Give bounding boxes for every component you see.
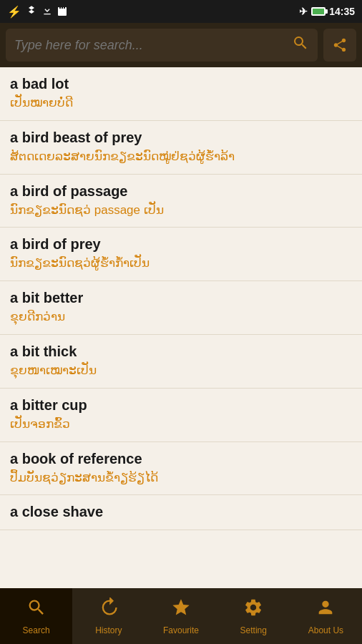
dictionary-list: a bad lotເປັນໝາຍບໍ່ດີa bird beast of pre… [0, 67, 362, 588]
time-display: 14:35 [329, 6, 355, 17]
nav-setting[interactable]: Setting [217, 588, 290, 644]
search-nav-icon [26, 597, 47, 623]
search-icon[interactable] [292, 34, 309, 56]
svg-rect-2 [62, 6, 63, 9]
dict-english-0: a bad lot [10, 74, 352, 93]
status-icons-left: ⚡ [7, 5, 67, 19]
dict-lao-6: ເປັນຈອກຂົ້ວ [10, 416, 352, 433]
dict-item-5[interactable]: a bit thickຂຸຍໜາເໝາະເປັນ [0, 335, 362, 389]
search-input[interactable] [14, 38, 286, 53]
favourite-nav-label: Favourite [163, 625, 199, 635]
status-right: ✈ 14:35 [299, 6, 355, 17]
dict-english-8: a close shave [10, 502, 352, 521]
dict-item-2[interactable]: a bird of passageນົກຂຽຂະນົດຊວ່ passage ເ… [0, 175, 362, 228]
dict-english-1: a bird beast of prey [10, 128, 352, 147]
svg-rect-1 [59, 6, 61, 9]
dict-item-8[interactable]: a close shave [0, 495, 362, 530]
dict-lao-5: ຂຸຍໜາເໝາະເປັນ [10, 362, 352, 379]
dict-english-6: a bitter cup [10, 396, 352, 414]
dict-lao-2: ນົກຂຽຂະນົດຊວ່ passage ເປັນ [10, 202, 352, 219]
status-bar: ⚡ ✈ 14:35 [0, 0, 362, 23]
nav-about[interactable]: About Us [290, 588, 362, 644]
dict-item-1[interactable]: a bird beast of preyສ້ຕດເດຍລະສາຍນົກຂຽຂະນ… [0, 121, 362, 175]
dict-item-4[interactable]: a bit betterຂຸຍດີກວ່ານ [0, 281, 362, 335]
airplane-icon: ✈ [299, 6, 308, 17]
battery-icon [311, 7, 326, 16]
dict-english-7: a book of reference [10, 449, 352, 468]
bottom-nav: Search History Favourite Setting [0, 588, 362, 644]
dict-lao-3: ນົກຂຽຂະນົດຊວ່ຜູ້ຮ້ຳກ້ຳເປັນ [10, 255, 352, 272]
dict-item-6[interactable]: a bitter cupເປັນຈອກຂົ້ວ [0, 389, 362, 442]
download-icon [41, 5, 53, 19]
dropbox-icon [26, 5, 37, 19]
dict-item-0[interactable]: a bad lotເປັນໝາຍບໍ່ດີ [0, 67, 362, 121]
sd-icon [57, 5, 67, 19]
setting-nav-icon [243, 597, 263, 623]
search-bar [0, 23, 362, 67]
nav-favourite[interactable]: Favourite [145, 588, 217, 644]
dict-lao-7: ປຶ້ມບັນຊວ່ຽກະສານຂ້ຳຽຮ້ຽໄດ້ [10, 469, 352, 487]
person-nav-icon [315, 597, 336, 623]
star-nav-icon [171, 597, 191, 623]
dict-english-5: a bit thick [10, 342, 352, 361]
nav-search[interactable]: Search [0, 588, 72, 644]
history-nav-label: History [95, 625, 122, 635]
history-nav-icon [99, 597, 119, 623]
dict-english-2: a bird of passage [10, 182, 352, 200]
usb-icon: ⚡ [7, 5, 21, 19]
about-nav-label: About Us [308, 625, 343, 635]
dict-lao-1: ສ້ຕດເດຍລະສາຍນົກຂຽຂະນົດໝູ່ຢ່ຊວ່ຜູ້ຮ້ຳລ້າ [10, 148, 352, 165]
search-nav-label: Search [23, 625, 50, 635]
search-input-container[interactable] [6, 29, 318, 62]
setting-nav-label: Setting [240, 625, 267, 635]
dict-lao-0: ເປັນໝາຍບໍ່ດີ [10, 94, 352, 112]
svg-rect-3 [64, 6, 65, 9]
dict-english-4: a bit better [10, 288, 352, 307]
dict-item-3[interactable]: a bird of preyນົກຂຽຂະນົດຊວ່ຜູ້ຮ້ຳກ້ຳເປັນ [0, 228, 362, 281]
share-button[interactable] [323, 29, 356, 62]
nav-history[interactable]: History [72, 588, 145, 644]
dict-english-3: a bird of prey [10, 235, 352, 253]
dict-lao-4: ຂຸຍດີກວ່ານ [10, 308, 352, 326]
dict-item-7[interactable]: a book of referenceປຶ້ມບັນຊວ່ຽກະສານຂ້ຳຽຮ… [0, 442, 362, 496]
